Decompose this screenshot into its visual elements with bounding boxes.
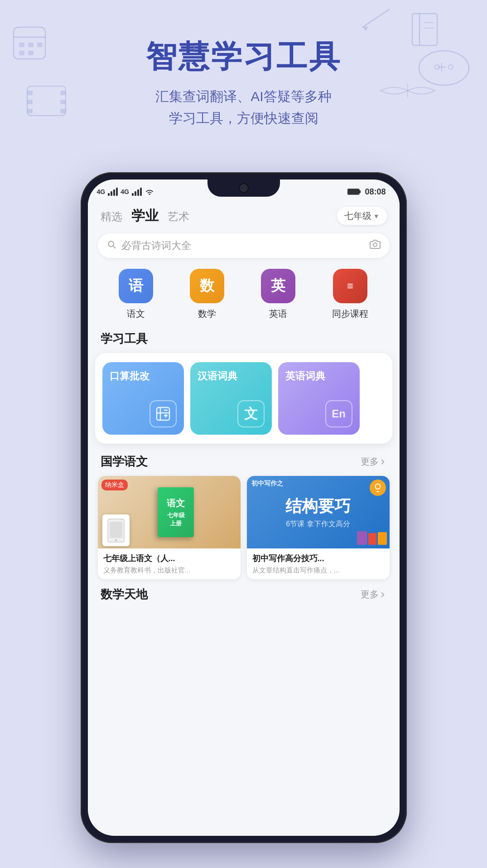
svg-rect-28 <box>113 189 115 196</box>
phone-frame: 4G 4G <box>81 172 407 843</box>
grade-dropdown-icon: ▼ <box>373 213 380 220</box>
calculator-icon <box>155 406 171 422</box>
tool3-icon-box: En <box>325 400 352 427</box>
svg-rect-30 <box>132 193 134 196</box>
status-time: 08:08 <box>365 187 386 197</box>
tool-english-dict[interactable]: 英语词典 En <box>278 362 360 435</box>
course-label: 同步课程 <box>332 308 368 320</box>
guoxue-title: 国学语文 <box>101 454 148 470</box>
content-card-2[interactable]: 初中写作之 结构要巧 6节课 拿下作文高分 <box>247 476 390 579</box>
hero-title: 智慧学习工具 <box>0 36 487 78</box>
phone-notch <box>207 179 280 197</box>
svg-rect-35 <box>347 189 359 194</box>
phone-mockup: 4G 4G <box>81 172 407 843</box>
search-placeholder: 必背古诗词大全 <box>121 239 370 252</box>
phone-screen: 4G 4G <box>88 179 400 836</box>
subject-chinese[interactable]: 语 语文 <box>119 269 153 320</box>
math-chevron-right-icon <box>379 591 387 599</box>
svg-rect-27 <box>111 191 112 196</box>
phone-camera <box>239 183 249 193</box>
subject-english[interactable]: 英 英语 <box>261 269 295 320</box>
svg-rect-36 <box>359 190 361 193</box>
writing-title: 结构要巧 <box>285 495 351 518</box>
lightbulb-icon <box>373 483 383 493</box>
tab-xueye[interactable]: 学业 <box>131 207 159 225</box>
writing-subtitle: 6节课 拿下作文高分 <box>286 519 350 529</box>
status-left: 4G 4G <box>97 188 154 196</box>
subjects-row: 语 语文 数 数学 英 英语 ≡ 同步课程 <box>88 265 400 328</box>
tab-jingxuan[interactable]: 精选 <box>101 209 122 224</box>
grade-selector[interactable]: 七年级 ▼ <box>337 207 387 225</box>
nav-tabs: 精选 学业 艺术 七年级 ▼ <box>88 202 400 230</box>
tool2-name: 汉语词典 <box>198 369 237 383</box>
writing-banner: 初中写作之 结构要巧 6节课 拿下作文高分 <box>247 476 390 548</box>
tools-section-header: 学习工具 <box>88 328 400 353</box>
book-illustration <box>357 531 387 545</box>
wifi-icon <box>145 188 154 196</box>
svg-rect-26 <box>108 193 110 196</box>
svg-rect-33 <box>140 188 142 196</box>
hero-subtitle: 汇集查词翻译、AI答疑等多种 学习工具，方便快速查阅 <box>0 86 487 129</box>
content-card-1[interactable]: 纳米盒 <box>98 476 241 579</box>
chevron-right-icon <box>379 458 387 466</box>
tools-section: 口算批改 <box>95 353 392 444</box>
course-icon: ≡ <box>333 269 367 303</box>
card1-title: 七年级上语文（人... <box>103 553 235 564</box>
card2-info: 初中写作高分技巧... 从文章结构直击写作痛点，... <box>247 548 390 579</box>
tool3-name: 英语词典 <box>285 369 325 383</box>
card2-desc: 从文章结构直击写作痛点，... <box>252 566 384 575</box>
tool2-icon-area: 文 <box>198 400 265 427</box>
math-more[interactable]: 更多 <box>361 588 387 601</box>
content-cards-row: 纳米盒 <box>98 476 390 579</box>
subject-math[interactable]: 数 数学 <box>190 269 224 320</box>
status-right: 08:08 <box>347 187 386 197</box>
tab-yishu[interactable]: 艺术 <box>168 209 189 224</box>
math-section-title: 数学天地 <box>101 587 148 602</box>
card2-title: 初中写作高分技巧... <box>252 553 384 564</box>
grade-label: 七年级 <box>344 210 371 222</box>
svg-rect-40 <box>157 407 169 420</box>
card1-info: 七年级上语文（人... 义务教育教科书，出版社官... <box>98 548 241 579</box>
math-label: 数学 <box>198 308 216 320</box>
card2-thumb: 初中写作之 结构要巧 6节课 拿下作文高分 <box>247 476 390 548</box>
tool1-name: 口算批改 <box>110 369 149 383</box>
chinese-icon: 语 <box>119 269 153 303</box>
card1-device-icon <box>102 514 130 546</box>
search-bar[interactable]: 必背古诗词大全 <box>98 233 390 258</box>
svg-rect-47 <box>110 522 122 538</box>
card1-book-cover: 语文 七年级上册 <box>158 487 194 537</box>
writing-badge <box>370 480 386 496</box>
tool1-icon-area <box>110 400 177 427</box>
svg-point-37 <box>108 241 114 247</box>
svg-rect-29 <box>116 188 118 196</box>
svg-rect-32 <box>137 189 139 196</box>
math-icon: 数 <box>190 269 224 303</box>
writing-banner-subtitle1: 初中写作之 <box>251 480 283 488</box>
tools-row: 口算批改 <box>102 362 385 435</box>
guoxue-more[interactable]: 更多 <box>361 456 387 468</box>
tool-kuaisuan[interactable]: 口算批改 <box>102 362 184 435</box>
signal-4g-1: 4G <box>97 188 106 195</box>
battery-icon <box>347 188 361 195</box>
tool3-icon-area: En <box>285 400 352 427</box>
svg-point-39 <box>373 243 377 247</box>
svg-point-34 <box>149 194 150 195</box>
tool1-icon-box <box>149 400 177 427</box>
svg-rect-31 <box>135 191 136 196</box>
nav-tabs-left: 精选 学业 艺术 <box>101 207 189 225</box>
guoxue-content: 纳米盒 <box>88 476 400 579</box>
card1-desc: 义务教育教科书，出版社官... <box>103 566 235 575</box>
tool-chinese-dict[interactable]: 汉语词典 文 <box>190 362 272 435</box>
english-label: 英语 <box>269 308 287 320</box>
camera-icon[interactable] <box>370 239 381 252</box>
search-icon <box>107 240 116 252</box>
signal-bars-icon <box>108 188 118 196</box>
signal-bars-2-icon <box>132 188 142 196</box>
svg-line-38 <box>113 246 115 248</box>
hero-section: 智慧学习工具 汇集查词翻译、AI答疑等多种 学习工具，方便快速查阅 <box>0 0 487 147</box>
subject-course[interactable]: ≡ 同步课程 <box>332 269 368 320</box>
guoxue-section-header: 国学语文 更多 <box>88 451 400 476</box>
english-icon: 英 <box>261 269 295 303</box>
tool2-icon-box: 文 <box>237 400 265 427</box>
svg-point-48 <box>115 539 117 541</box>
